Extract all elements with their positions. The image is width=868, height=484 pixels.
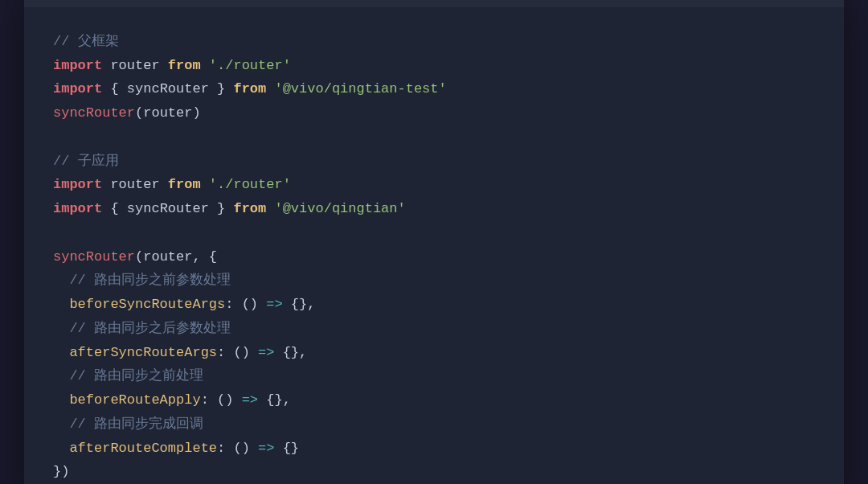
import-line-4: import { syncRouter } from '@vivo/qingti… — [53, 197, 815, 221]
before-sync-route-args: beforeSyncRouteArgs: () => {}, — [53, 293, 815, 317]
blank-line-2 — [53, 221, 815, 245]
comment-line-2: // 子应用 — [53, 150, 815, 174]
titlebar — [24, 0, 844, 7]
sync-call-1: syncRouter(router) — [53, 101, 815, 125]
code-editor: // 父框架 import router from './router' imp… — [24, 7, 844, 484]
comment-line-3: // 路由同步之前参数处理 — [53, 269, 815, 293]
comment-line-1: // 父框架 — [53, 30, 815, 54]
comment-line-5: // 路由同步之前处理 — [53, 364, 815, 388]
blank-line-1 — [53, 125, 815, 150]
closing-brace: }) — [53, 460, 815, 484]
import-line-2: import { syncRouter } from '@vivo/qingti… — [53, 77, 815, 101]
code-window: // 父框架 import router from './router' imp… — [24, 0, 844, 484]
comment-line-6: // 路由同步完成回调 — [53, 412, 815, 437]
after-route-complete: afterRouteComplete: () => {} — [53, 437, 815, 461]
after-sync-route-args: afterSyncRouteArgs: () => {}, — [53, 341, 815, 365]
import-line-1: import router from './router' — [53, 54, 815, 78]
before-route-apply: beforeRouteApply: () => {}, — [53, 388, 815, 412]
comment-line-4: // 路由同步之后参数处理 — [53, 317, 815, 341]
import-line-3: import router from './router' — [53, 173, 815, 197]
sync-call-2: syncRouter(router, { — [53, 245, 815, 269]
